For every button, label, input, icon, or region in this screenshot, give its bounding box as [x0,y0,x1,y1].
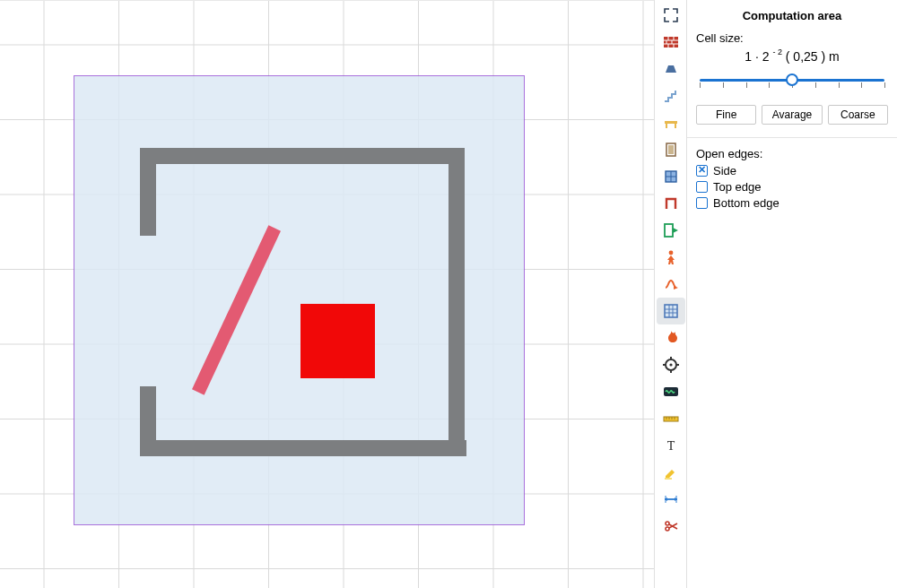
wall-segment[interactable] [152,440,466,456]
computation-area-tool[interactable] [657,298,685,324]
cell-size-slider[interactable] [700,71,884,98]
trapezoid-icon [662,60,680,78]
wall-segment[interactable] [140,386,156,456]
door-icon [662,141,680,159]
panel-title: Computation area [696,9,888,22]
person-icon [662,248,680,266]
bottom-edge-checkbox[interactable]: Bottom edge [696,196,888,210]
path-icon [662,275,680,293]
window-icon [662,168,680,186]
side-panel: Computation area Cell size: 1 · 2 - 2 ( … [686,0,897,588]
wall-segment[interactable] [140,148,156,236]
dimension-tool[interactable] [657,486,685,513]
wall-tool[interactable] [657,29,685,56]
wall-segment[interactable] [140,148,465,164]
side-checkbox[interactable]: Side [696,164,888,177]
exit-tool[interactable] [657,217,685,244]
cell-size-label: Cell size: [696,31,888,45]
tool-strip [654,0,686,588]
table-icon [662,114,680,132]
arrows-out-icon [662,6,680,24]
cut-tool[interactable] [657,513,685,540]
fine-button[interactable]: Fine [696,105,756,125]
fire-tool[interactable] [657,324,685,351]
fire-icon [662,329,680,347]
person-tool[interactable] [657,244,685,271]
drawing-canvas[interactable] [0,0,654,588]
detector-tool[interactable] [657,378,685,405]
highlight-tool[interactable] [657,459,685,486]
open-edges-label: Open edges: [696,147,888,160]
exit-icon [662,221,680,239]
select-tool[interactable] [657,2,685,29]
text-icon [662,437,680,454]
roof-tool[interactable] [657,56,685,82]
door-tool[interactable] [657,136,685,163]
average-button[interactable]: Avarage [762,105,822,125]
window-tool[interactable] [657,163,685,190]
coarse-button[interactable]: Coarse [828,105,888,125]
target-icon [662,356,680,374]
comp-area-icon [662,302,680,320]
scissors-icon [662,517,680,535]
dim-icon [662,490,680,508]
target-tool[interactable] [657,351,685,378]
brick-icon [662,33,680,51]
stair-tool[interactable] [657,82,685,109]
wave-icon [662,383,680,401]
measure-tool[interactable] [657,405,685,432]
opening-tool[interactable] [657,190,685,217]
wall-segment[interactable] [448,162,465,449]
opening-icon [662,195,680,212]
table-tool[interactable] [657,109,685,136]
ruler-icon [662,410,680,428]
path-tool[interactable] [657,271,685,298]
cell-size-value: 1 · 2 - 2 ( 0,25 ) m [696,48,888,64]
stair-icon [662,87,680,105]
fire-zone[interactable] [300,304,375,378]
marker-icon [662,463,680,481]
top-edge-checkbox[interactable]: Top edge [696,180,888,194]
text-tool[interactable] [657,432,685,459]
